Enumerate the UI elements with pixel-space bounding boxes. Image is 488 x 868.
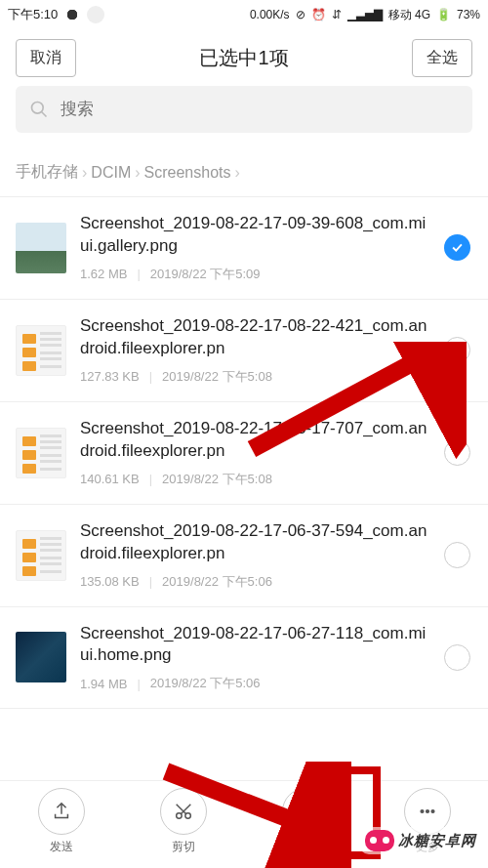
watermark-icon [365,830,394,851]
file-date: 2019/8/22 下午5:08 [162,471,272,488]
signal-bars-icon: ▁▃▅▇ [347,8,383,21]
breadcrumb-item[interactable]: 手机存储› [16,162,87,183]
search-input[interactable] [61,100,459,119]
chevron-right-icon: › [135,164,140,182]
file-date: 2019/8/22 下午5:06 [150,675,261,692]
qq-app-icon [63,6,81,23]
file-item[interactable]: Screenshot_2019-08-22-17-09-39-608_com.m… [0,196,488,300]
delete-label: 删除 [294,839,317,855]
scissors-icon [173,801,194,822]
bottom-toolbar: 发送 剪切 删除 更多 [0,780,488,868]
file-thumbnail [16,632,66,682]
file-name: Screenshot_2019-08-22-17-06-37-594_com.a… [80,520,430,565]
cut-action[interactable]: 剪切 [160,788,207,855]
breadcrumb-item[interactable]: DCIM› [91,164,140,182]
file-thumbnail [16,325,66,376]
checkbox-unchecked[interactable] [444,337,470,363]
file-name: Screenshot_2019-08-22-17-08-17-707_com.a… [80,418,430,463]
cancel-button[interactable]: 取消 [16,39,76,77]
file-thumbnail [16,223,66,273]
breadcrumb: 手机存储› DCIM› Screenshots› [0,145,488,196]
title-bar: 取消 已选中1项 全选 [0,29,488,86]
file-thumbnail [16,428,66,478]
file-name: Screenshot_2019-08-22-17-09-39-608_com.m… [80,213,430,258]
panda-app-icon [87,6,104,23]
cut-label: 剪切 [172,839,195,855]
svg-point-5 [426,810,428,813]
svg-line-1 [42,112,47,117]
chevron-right-icon: › [234,164,239,182]
search-icon [29,100,49,119]
file-name: Screenshot_2019-08-22-17-06-27-118_com.m… [80,623,430,668]
more-icon [417,801,438,822]
trash-icon [295,801,316,822]
net-speed: 0.00K/s [250,8,290,21]
file-item[interactable]: Screenshot_2019-08-22-17-08-22-421_com.a… [0,300,488,402]
watermark-text: 冰糖安卓网 [398,832,476,850]
file-list: Screenshot_2019-08-22-17-09-39-608_com.m… [0,196,488,709]
battery-percent: 73% [457,8,480,21]
page-title: 已选中1项 [199,45,288,71]
status-bar: 下午5:10 0.00K/s ⊘ ⏰ ⇵ ▁▃▅▇ 移动 4G 🔋 73% [0,0,488,29]
battery-icon: 🔋 [436,8,451,21]
file-item[interactable]: Screenshot_2019-08-22-17-06-37-594_com.a… [0,505,488,607]
file-item[interactable]: Screenshot_2019-08-22-17-08-17-707_com.a… [0,402,488,505]
breadcrumb-item[interactable]: Screenshots› [144,164,240,182]
file-size: 135.08 KB [80,574,140,589]
alarm-icon: ⏰ [311,8,326,21]
svg-point-0 [32,103,44,114]
chevron-right-icon: › [82,164,87,182]
file-size: 140.61 KB [80,472,140,486]
send-action[interactable]: 发送 [38,788,85,855]
checkbox-unchecked[interactable] [444,644,470,671]
send-label: 发送 [50,839,73,855]
share-icon [51,801,72,822]
select-all-button[interactable]: 全选 [412,39,472,77]
delete-action[interactable]: 删除 [282,788,329,855]
file-thumbnail [16,530,66,581]
file-size: 127.83 KB [80,369,140,384]
status-time: 下午5:10 [8,6,58,23]
watermark: 冰糖安卓网 [359,827,482,854]
search-box[interactable] [16,86,472,133]
svg-point-6 [431,810,434,813]
file-date: 2019/8/22 下午5:09 [150,266,261,283]
file-item[interactable]: Screenshot_2019-08-22-17-06-27-118_com.m… [0,607,488,710]
checkbox-unchecked[interactable] [444,439,470,466]
carrier-label: 移动 4G [388,7,430,23]
file-date: 2019/8/22 下午5:08 [162,368,272,386]
file-date: 2019/8/22 下午5:06 [162,573,272,591]
checkbox-unchecked[interactable] [444,542,470,568]
file-size: 1.62 MB [80,267,127,281]
svg-point-4 [421,810,424,813]
checkbox-checked[interactable] [444,234,470,261]
signal-up-down-icon: ⇵ [332,8,342,21]
file-size: 1.94 MB [80,677,127,691]
file-name: Screenshot_2019-08-22-17-08-22-421_com.a… [80,315,430,360]
alarm-off-icon: ⊘ [296,8,305,21]
